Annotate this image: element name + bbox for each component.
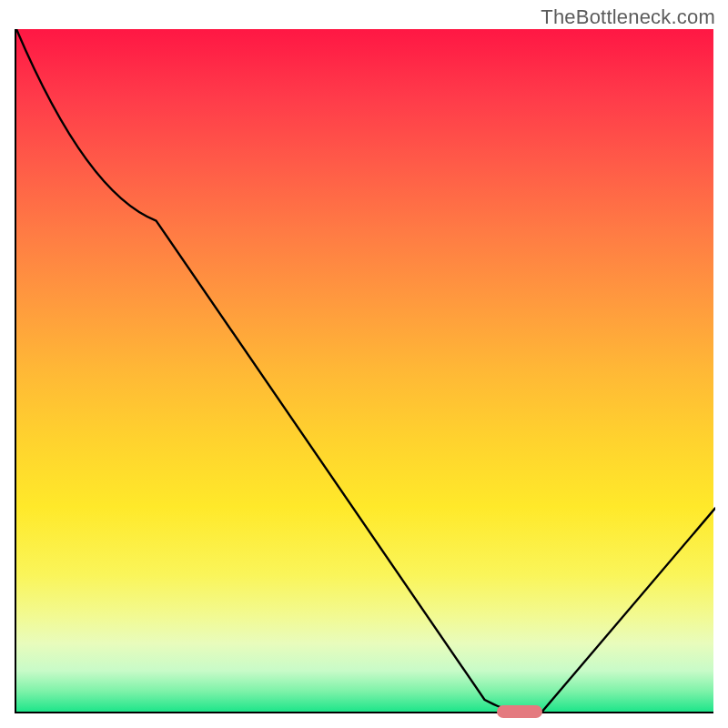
chart-container: TheBottleneck.com bbox=[0, 0, 728, 728]
bottleneck-curve bbox=[16, 29, 715, 713]
watermark-text: TheBottleneck.com bbox=[541, 5, 715, 29]
plot-area bbox=[15, 29, 713, 713]
optimal-marker bbox=[497, 705, 542, 718]
